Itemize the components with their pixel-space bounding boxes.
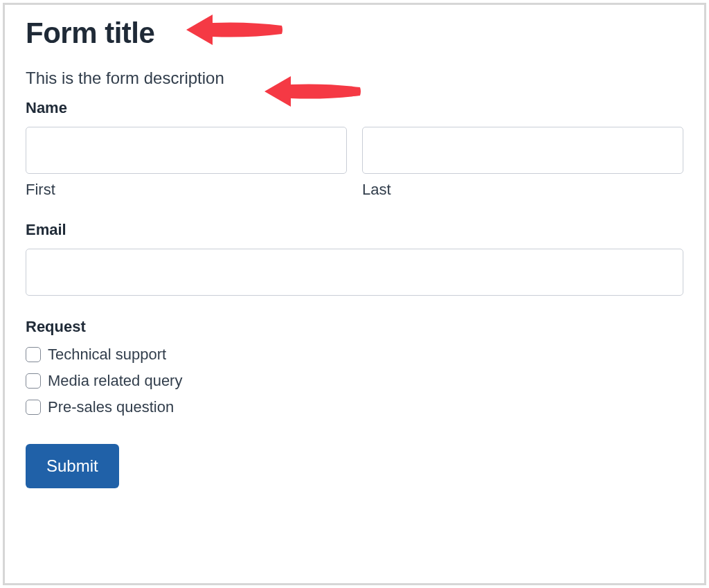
first-name-col: First <box>26 127 347 199</box>
name-row: First Last <box>26 127 683 199</box>
checkbox-icon[interactable] <box>26 400 41 415</box>
form-container: Form title This is the form description … <box>3 3 706 585</box>
form-description: This is the form description <box>26 69 683 88</box>
submit-button[interactable]: Submit <box>26 444 119 488</box>
checkbox-label: Pre-sales question <box>48 398 174 416</box>
checkbox-icon[interactable] <box>26 373 41 389</box>
last-name-col: Last <box>362 127 683 199</box>
checkbox-row-pre-sales-question[interactable]: Pre-sales question <box>26 398 683 416</box>
checkbox-label: Technical support <box>48 346 166 364</box>
email-input[interactable] <box>26 249 683 296</box>
form-title: Form title <box>26 17 683 49</box>
first-name-sublabel: First <box>26 181 347 199</box>
checkbox-label: Media related query <box>48 372 182 390</box>
checkbox-icon[interactable] <box>26 347 41 362</box>
request-label: Request <box>26 318 683 336</box>
first-name-input[interactable] <box>26 127 347 174</box>
checkbox-list: Technical support Media related query Pr… <box>26 346 683 416</box>
email-label: Email <box>26 221 683 239</box>
name-label: Name <box>26 99 683 117</box>
last-name-input[interactable] <box>362 127 683 174</box>
checkbox-row-technical-support[interactable]: Technical support <box>26 346 683 364</box>
email-section: Email <box>26 221 683 296</box>
last-name-sublabel: Last <box>362 181 683 199</box>
request-section: Request Technical support Media related … <box>26 318 683 416</box>
checkbox-row-media-related-query[interactable]: Media related query <box>26 372 683 390</box>
